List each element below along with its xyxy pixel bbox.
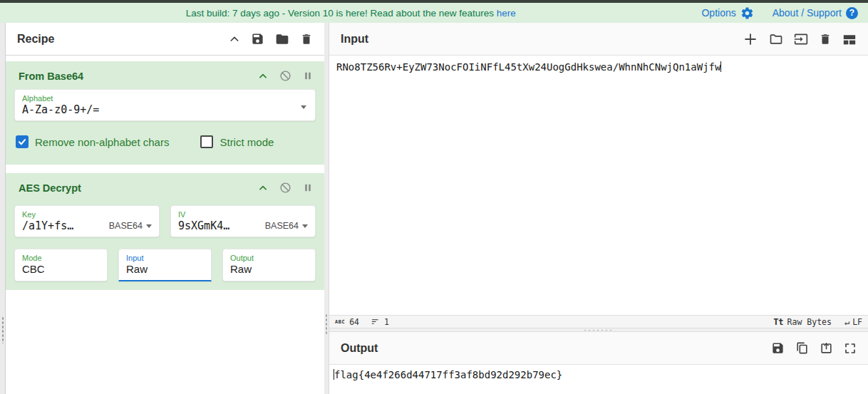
output-title: Output (341, 342, 378, 355)
clear-recipe-button[interactable] (300, 33, 313, 46)
text-cursor (720, 61, 721, 72)
folder-icon (275, 32, 289, 46)
disable-op-button[interactable] (279, 182, 291, 194)
save-recipe-button[interactable] (251, 32, 264, 46)
iv-type-value: BASE64 (265, 221, 299, 231)
remove-nonalpha-checkbox[interactable] (16, 135, 29, 148)
text-format-icon: Tt (773, 317, 783, 327)
key-field[interactable]: Key /a1Y+fs… BASE64 (14, 205, 160, 237)
io-splitter[interactable] (329, 328, 868, 332)
input-header: Input (329, 23, 868, 56)
copy-icon (795, 341, 809, 355)
output-type-select[interactable]: Output Raw (222, 249, 316, 281)
alphabet-label: Alphabet (22, 94, 308, 103)
collapse-op-button[interactable] (258, 71, 268, 81)
open-input-button[interactable] (794, 32, 808, 46)
options-label: Options (701, 7, 735, 19)
load-recipe-button[interactable] (275, 32, 289, 46)
save-icon (771, 341, 785, 355)
input-tabs-layout-button[interactable] (842, 33, 857, 46)
input-type-value: Raw (126, 262, 204, 276)
input-encoding-selector[interactable]: Tt Raw Bytes (773, 317, 832, 327)
char-count: ABC 64 (335, 317, 359, 327)
pop-out-icon (820, 341, 833, 355)
operation-title: From Base64 (19, 71, 83, 82)
key-type-select[interactable]: BASE64 (105, 221, 152, 231)
open-file-button[interactable] (769, 32, 783, 46)
output-textarea[interactable]: flag{4e4f266d44717ff3af8bd92d292b79ec} (329, 365, 868, 394)
input-status-bar: ABC 64 1 Tt Raw Bytes ↵ (329, 315, 868, 328)
strict-mode-label: Strict mode (219, 136, 274, 148)
io-splitter-grip[interactable] (583, 329, 614, 331)
line-count: 1 (371, 317, 389, 327)
input-pane: Input RNo8TZ56Rv+EyZW73NocFOIiNFfL45tXw2… (329, 23, 868, 328)
output-text: flag{4e4f266d44717ff3af8bd92d292b79ec} (334, 369, 562, 380)
panel-drag-grip[interactable] (1, 316, 4, 343)
operations-panel-edge[interactable] (0, 23, 6, 394)
input-title: Input (341, 33, 368, 46)
iv-type-select[interactable]: BASE64 (261, 221, 308, 231)
breakpoint-op-button[interactable] (303, 71, 313, 81)
input-arrow-icon (794, 32, 808, 46)
save-output-button[interactable] (771, 341, 785, 355)
alphabet-value: A-Za-z0-9+/= (22, 103, 308, 117)
char-count-value: 64 (349, 317, 359, 327)
chevron-up-icon (229, 33, 240, 45)
add-input-tab-button[interactable] (743, 31, 758, 47)
breakpoint-op-button[interactable] (303, 182, 313, 193)
fullscreen-icon (844, 342, 857, 355)
input-eol-value: LF (852, 317, 862, 327)
replace-input-button[interactable] (820, 341, 833, 355)
pause-icon (303, 71, 313, 81)
output-header: Output (329, 332, 868, 365)
maximise-output-button[interactable] (844, 342, 857, 355)
input-encoding-value: Raw Bytes (787, 317, 832, 327)
operation-title: AES Decrypt (19, 182, 81, 194)
disable-op-button[interactable] (279, 70, 291, 82)
checkmark-icon (17, 137, 27, 147)
disable-icon (279, 182, 291, 194)
strict-mode-option: Strict mode (200, 135, 274, 148)
banner-here-link[interactable]: here (497, 8, 516, 19)
input-textarea[interactable]: RNo8TZ56Rv+EyZW73NocFOIiNFfL45tXw24UogGd… (329, 56, 868, 315)
input-type-select[interactable]: Input Raw (118, 249, 212, 281)
copy-output-button[interactable] (795, 341, 809, 355)
splitter-grip[interactable] (325, 313, 328, 335)
panel-splitter[interactable] (324, 23, 329, 394)
options-button[interactable]: Options (701, 6, 753, 20)
about-support-button[interactable]: About / Support ? (773, 7, 858, 19)
line-count-icon (371, 318, 380, 326)
collapse-recipe-button[interactable] (229, 33, 240, 45)
collapse-op-button[interactable] (258, 183, 268, 193)
strict-mode-checkbox[interactable] (200, 135, 213, 148)
eol-arrow-icon: ↵ (844, 317, 849, 327)
key-label: Key (22, 210, 152, 219)
iv-field[interactable]: IV 9sXGmK4… BASE64 (170, 205, 316, 237)
chevron-down-icon (302, 224, 308, 228)
chevron-down-icon (146, 224, 152, 228)
iv-value[interactable]: 9sXGmK4… (178, 219, 229, 233)
remove-nonalpha-option: Remove non-alphabet chars (16, 135, 169, 148)
input-text: RNo8TZ56Rv+EyZW73NocFOIiNFfL45tXw24UogGd… (336, 61, 720, 73)
input-type-label: Input (126, 254, 204, 262)
recipe-title: Recipe (17, 33, 54, 46)
help-icon: ? (846, 7, 858, 19)
alphabet-select[interactable]: Alphabet A-Za-z0-9+/= (14, 89, 316, 121)
news-banner: Last build: 7 days ago - Version 10 is h… (0, 3, 868, 23)
operation-aes-decrypt[interactable]: AES Decrypt Key /a1Y+fs… (6, 173, 324, 290)
pause-icon (303, 182, 313, 193)
operation-from-base64[interactable]: From Base64 Alphabet A-Za-z0-9+/= (6, 61, 324, 165)
cyberchef-app: Last build: 7 days ago - Version 10 is h… (0, 0, 868, 394)
chevron-down-icon (301, 105, 306, 109)
input-eol-selector[interactable]: ↵ LF (844, 317, 862, 327)
trash-icon (300, 33, 313, 46)
iv-label: IV (178, 210, 308, 219)
recipe-panel: Recipe (6, 23, 324, 394)
mode-select[interactable]: Mode CBC (14, 249, 108, 281)
key-value[interactable]: /a1Y+fs… (22, 219, 73, 233)
output-type-value: Raw (230, 262, 308, 276)
trash-icon (819, 33, 832, 46)
banner-message-text: Last build: 7 days ago - Version 10 is h… (186, 8, 494, 19)
clear-input-button[interactable] (819, 33, 832, 46)
chevron-up-icon (258, 71, 268, 81)
